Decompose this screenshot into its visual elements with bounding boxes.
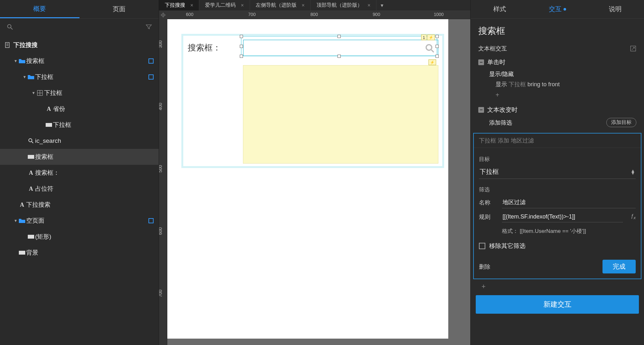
add-action-button[interactable]: +: [478, 89, 636, 101]
resize-handle[interactable]: [436, 55, 439, 58]
target-select-value: 下拉框: [480, 167, 499, 176]
search-label-widget[interactable]: 搜索框：: [188, 42, 221, 53]
ruler-tick: 500: [159, 165, 163, 172]
rect-icon: [18, 250, 26, 255]
close-icon[interactable]: ×: [241, 3, 244, 8]
collapse-icon[interactable]: −: [478, 59, 484, 65]
dropdown-panel-widget[interactable]: [243, 65, 438, 164]
resize-handle[interactable]: [337, 35, 341, 38]
new-interaction-button[interactable]: 新建交互: [476, 295, 639, 314]
filter-field-label: 筛选: [479, 186, 636, 193]
close-icon[interactable]: ×: [190, 3, 193, 8]
interaction-bolt-icon[interactable]: [427, 34, 435, 40]
search-input-widget[interactable]: [243, 40, 438, 56]
unsaved-dot-icon: [564, 8, 566, 11]
outline-item[interactable]: ▼下拉框: [0, 85, 159, 101]
document-tab[interactable]: 下拉搜搜×: [159, 0, 199, 11]
filter-rule-label: 规则: [479, 213, 497, 221]
expand-icon[interactable]: [630, 45, 636, 52]
tab-overview[interactable]: 概要: [0, 0, 80, 18]
chevron-icon[interactable]: ▼: [13, 218, 18, 223]
outline-item-label: 占位符: [35, 185, 154, 193]
svg-point-18: [426, 45, 432, 50]
resize-handle[interactable]: [436, 45, 439, 48]
document-tab[interactable]: 顶部导航（进阶版）×: [311, 0, 376, 11]
resize-handle[interactable]: [240, 45, 243, 48]
target-select[interactable]: 下拉框 ▲▼: [479, 165, 636, 179]
close-icon[interactable]: ×: [302, 3, 305, 8]
done-button[interactable]: 完成: [602, 260, 636, 273]
chevron-icon[interactable]: ▼: [31, 91, 36, 95]
document-tab[interactable]: 左侧导航（进阶版×: [250, 0, 311, 11]
tabs-overflow-button[interactable]: ▼: [376, 0, 387, 11]
resize-handle[interactable]: [337, 55, 341, 58]
add-target-button[interactable]: 添加目标: [606, 118, 636, 127]
close-icon[interactable]: ×: [367, 3, 370, 8]
outline-item[interactable]: 下拉框: [0, 117, 159, 133]
folder-icon: [27, 74, 35, 80]
chevron-icon[interactable]: ▼: [22, 75, 27, 79]
search-container-widget[interactable]: 搜索框：: [181, 34, 444, 168]
outline-item-label: 背景: [26, 249, 154, 257]
canvas[interactable]: 搜索框： 1: [167, 19, 470, 345]
event-ontextchange-label: 文本改变时: [487, 106, 518, 114]
outline-item[interactable]: 背景: [0, 245, 159, 261]
ruler-tick: 600: [159, 227, 163, 235]
delete-action-button[interactable]: 删除: [479, 263, 490, 271]
action-showhide[interactable]: 显示/隐藏: [478, 69, 636, 79]
document-tab[interactable]: 爱学儿二维码×: [199, 0, 250, 11]
resize-handle[interactable]: [436, 35, 439, 38]
ruler-origin[interactable]: [159, 11, 167, 19]
document-tab-label: 下拉搜搜: [165, 2, 185, 9]
outline-item[interactable]: A搜索框：: [0, 165, 159, 181]
action-addfilter-label: 添加筛选: [489, 119, 512, 126]
tab-style[interactable]: 样式: [471, 0, 528, 18]
event-onclick[interactable]: − 单击时: [478, 56, 636, 69]
tab-interactions[interactable]: 交互: [528, 0, 586, 18]
resize-handle[interactable]: [240, 35, 243, 38]
add-case-button[interactable]: +: [471, 279, 644, 291]
collapse-icon[interactable]: −: [478, 107, 484, 113]
outline-item-label: 下拉框: [35, 73, 148, 81]
document-tab-label: 爱学儿二维码: [205, 2, 236, 9]
outline-item[interactable]: ▼空页面: [0, 213, 159, 229]
outline-item[interactable]: ic_search: [0, 133, 159, 149]
outline-item-label: 下拉框: [53, 121, 154, 129]
tab-pages[interactable]: 页面: [80, 0, 159, 18]
event-ontextchange[interactable]: − 文本改变时: [478, 103, 636, 117]
resize-handle[interactable]: [240, 55, 243, 58]
outline-item[interactable]: A省份: [0, 101, 159, 117]
interaction-badges[interactable]: 1: [421, 34, 435, 40]
interaction-bolt-icon[interactable]: [428, 59, 436, 65]
outline-item[interactable]: A下拉搜索: [0, 197, 159, 213]
outline-item-label: 下拉框: [44, 89, 154, 97]
filter-rule-input[interactable]: [[(Item.SF.indexof(Text))>-1]]: [502, 211, 623, 222]
action-show-target[interactable]: 显示 下拉框 bring to front: [478, 79, 636, 89]
filter-name-input[interactable]: 地区过滤: [502, 196, 636, 208]
filter-icon[interactable]: [145, 23, 152, 30]
outline-item[interactable]: A占位符: [0, 181, 159, 197]
footnote-badge[interactable]: 1: [421, 34, 427, 40]
action-addfilter-row[interactable]: 添加筛选 添加目标: [478, 117, 636, 128]
outline-item[interactable]: ▼搜索框: [0, 53, 159, 69]
event-onclick-label: 单击时: [487, 58, 505, 66]
ruler-tick: 900: [373, 12, 380, 17]
filter-name-label: 名称: [479, 199, 497, 206]
fx-button[interactable]: ƒx: [628, 213, 636, 220]
outline-item[interactable]: ▼下拉框: [0, 69, 159, 85]
chevron-icon[interactable]: ▼: [13, 59, 18, 63]
outline-item[interactable]: 搜索框: [0, 149, 159, 165]
search-icon[interactable]: [6, 23, 13, 30]
remove-other-filters-checkbox[interactable]: 移除其它筛选: [479, 242, 636, 250]
outline-item[interactable]: (矩形): [0, 229, 159, 245]
search-icon: [425, 43, 435, 53]
master-marker-icon: [148, 58, 154, 64]
tab-notes[interactable]: 说明: [586, 0, 644, 18]
format-hint: 格式： [[Item.UserName == '小楼']]: [479, 226, 636, 237]
interaction-badges[interactable]: [428, 59, 436, 65]
rect-icon: [27, 155, 35, 159]
svg-line-1: [11, 28, 13, 30]
outline-root[interactable]: 下拉搜搜: [0, 37, 159, 53]
rect-icon: [45, 123, 53, 127]
outline-toolbar: [0, 19, 159, 35]
